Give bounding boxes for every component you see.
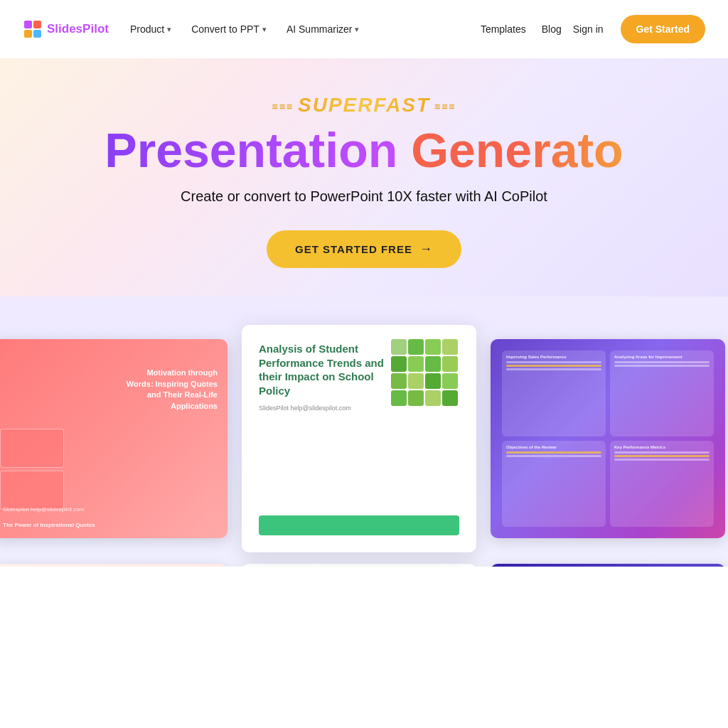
slide-3: Objectives of the Review (502, 441, 606, 527)
navigation: SlidesPilot Product ▾ Convert to PPT ▾ A… (0, 0, 728, 58)
card-analysis[interactable]: Analysis of Student Performance Trends a… (242, 325, 476, 552)
svg-rect-2 (24, 30, 32, 38)
mini-slides (0, 429, 64, 510)
superfast-label: SUPERFAST (23, 94, 705, 125)
hero-title: Presentation Generato (23, 125, 705, 176)
nav-signin[interactable]: Sign in (567, 18, 609, 41)
mini-slide-2 (0, 471, 64, 510)
card-left-text: Motivation through Words: Inspiring Quot… (125, 368, 218, 412)
logo[interactable]: SlidesPilot (23, 19, 109, 39)
svg-rect-1 (33, 21, 41, 28)
checker-cell (408, 356, 424, 372)
cards-row-2: Maximizing Efficiency: A Guide to Time M… (0, 564, 728, 567)
card-right-slides: Improving Sales Performance Analyzing Ar… (502, 350, 714, 527)
cards-section: Motivation through Words: Inspiring Quot… (0, 296, 728, 567)
checker-cell (425, 339, 441, 355)
svg-rect-3 (33, 30, 41, 38)
card-sales[interactable]: Improving Sales Performance Analyzing Ar… (491, 339, 725, 538)
cards-row-1: Motivation through Words: Inspiring Quot… (0, 325, 728, 552)
checker-cell (391, 373, 407, 389)
nav-templates[interactable]: Templates (471, 18, 536, 41)
svg-rect-0 (24, 21, 32, 28)
hero-section: SUPERFAST Presentation Generato Create o… (0, 58, 728, 296)
slide-2: Analyzing Areas for Improvement (610, 350, 714, 437)
nav-convert-ppt[interactable]: Convert to PPT ▾ (181, 18, 277, 41)
checker-cell (391, 356, 407, 372)
logo-text: SlidesPilot (47, 22, 109, 36)
checker-cell (391, 339, 407, 355)
checker-cell (408, 339, 424, 355)
hero-subtitle: Create or convert to PowerPoint 10X fast… (23, 188, 705, 205)
nav-ai-summarizer[interactable]: AI Summarizer ▾ (277, 18, 370, 41)
checker-cell (442, 356, 458, 372)
arrow-icon: → (419, 242, 433, 257)
card-left-bottom: Slidespilot help@slidespilot.com (3, 505, 84, 514)
checker-cell (391, 390, 407, 406)
nav-product[interactable]: Product ▾ (120, 18, 181, 41)
logo-icon (23, 19, 43, 39)
card-left-title-bottom: The Power of Inspirational Quotes (3, 522, 218, 528)
get-started-button[interactable]: Get Started (621, 15, 705, 43)
card-motivation[interactable]: Motivation through Words: Inspiring Quot… (0, 339, 228, 538)
checker-cell (442, 373, 458, 389)
green-bar (259, 515, 459, 535)
slide-1: Improving Sales Performance (502, 350, 606, 437)
slide-4: Key Performance Metrics (610, 441, 714, 527)
checker-cell (425, 356, 441, 372)
cta-button[interactable]: GET STARTED FREE → (267, 230, 461, 268)
nav-blog[interactable]: Blog (536, 18, 567, 41)
checker-graphic (391, 339, 462, 410)
product-chevron-icon: ▾ (167, 25, 171, 34)
card-table[interactable] (242, 564, 476, 567)
card-center-title: Analysis of Student Performance Trends a… (259, 342, 387, 397)
checker-cell (425, 390, 441, 406)
checker-cell (408, 390, 424, 406)
checker-cell (408, 373, 424, 389)
checker-cell (425, 373, 441, 389)
card-achievements[interactable]: Celebratin A S... Impressive Achievement… (491, 564, 725, 567)
ai-chevron-icon: ▾ (355, 25, 359, 34)
checker-cell (442, 339, 458, 355)
convert-chevron-icon: ▾ (262, 25, 267, 34)
card-efficiency[interactable]: Maximizing Efficiency: A Guide to Time M… (0, 564, 228, 567)
cta-label: GET STARTED FREE (295, 243, 412, 255)
checker-cell (442, 390, 458, 406)
mini-slide-1 (0, 429, 64, 468)
